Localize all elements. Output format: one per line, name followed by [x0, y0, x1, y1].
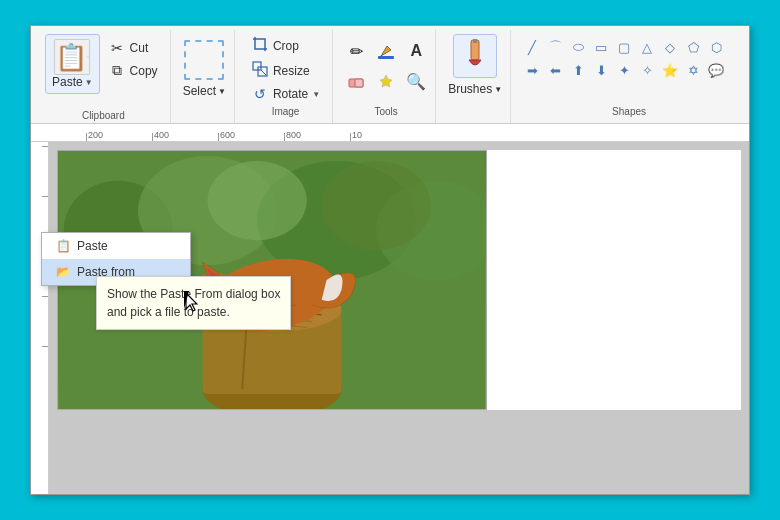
shape-diamond[interactable]: ◇ — [659, 36, 681, 58]
zoom-tool[interactable]: 🔍 — [403, 68, 429, 94]
shape-curve[interactable]: ⌒ — [544, 36, 566, 58]
resize-icon — [251, 61, 269, 80]
fill-tool[interactable] — [373, 38, 399, 64]
paste-menu-icon: 📋 — [56, 239, 71, 253]
text-tool[interactable]: A — [403, 38, 429, 64]
copy-icon: ⧉ — [108, 62, 126, 79]
paste-menu-item[interactable]: 📋 Paste — [42, 233, 190, 259]
shape-line[interactable]: ╱ — [521, 36, 543, 58]
shape-star5[interactable]: ⭐ — [659, 59, 681, 81]
horizontal-ruler: 200 400 600 800 10 — [31, 124, 749, 142]
pencil-tool[interactable]: ✏ — [343, 38, 369, 64]
svg-line-8 — [261, 70, 267, 76]
shapes-grid: ╱ ⌒ ⬭ ▭ ▢ △ ◇ ⬠ ⬡ ➡ ⬅ ⬆ ⬇ ✦ ✧ ⭐ ✡ 💬 — [521, 36, 737, 81]
shape-down-arrow[interactable]: ⬇ — [590, 59, 612, 81]
clipboard-label: Clipboard — [82, 110, 125, 123]
paste-label: Paste ▼ — [52, 75, 93, 89]
shape-left-arrow[interactable]: ⬅ — [544, 59, 566, 81]
shape-rect[interactable]: ▭ — [590, 36, 612, 58]
shape-rounded-rect[interactable]: ▢ — [613, 36, 635, 58]
shape-triangle[interactable]: △ — [636, 36, 658, 58]
brushes-icon — [453, 34, 497, 78]
svg-rect-6 — [253, 62, 261, 70]
clipboard-group: Paste ▼ ✂ Cut ⧉ Copy Clipboard — [37, 30, 171, 123]
eraser-tool[interactable] — [343, 68, 369, 94]
vertical-ruler — [31, 142, 49, 494]
copy-button[interactable]: ⧉ Copy — [104, 60, 162, 81]
crop-button[interactable]: Crop — [247, 34, 324, 57]
shape-4arrow[interactable]: ✦ — [613, 59, 635, 81]
paste-button[interactable]: Paste ▼ — [45, 34, 100, 94]
svg-rect-9 — [378, 56, 394, 59]
paste-icon — [54, 39, 90, 75]
rotate-icon: ↺ — [251, 86, 269, 102]
cut-copy-buttons: ✂ Cut ⧉ Copy — [104, 38, 162, 81]
shape-right-arrow[interactable]: ➡ — [521, 59, 543, 81]
tools-group: ✏ A — [337, 30, 436, 123]
cut-icon: ✂ — [108, 40, 126, 56]
svg-rect-11 — [355, 79, 363, 87]
color-picker-tool[interactable] — [373, 68, 399, 94]
canvas-area[interactable]: 📋 Paste 📂 Paste from Show the Paste From… — [31, 142, 749, 494]
svg-point-19 — [208, 161, 307, 240]
image-label: Image — [247, 106, 324, 119]
shape-up-arrow[interactable]: ⬆ — [567, 59, 589, 81]
paste-from-menu-icon: 📂 — [56, 265, 71, 279]
shapes-group: ╱ ⌒ ⬭ ▭ ▢ △ ◇ ⬠ ⬡ ➡ ⬅ ⬆ ⬇ ✦ ✧ ⭐ ✡ 💬 Shap… — [515, 30, 743, 123]
rotate-button[interactable]: ↺ Rotate ▼ — [247, 84, 324, 104]
shape-callout[interactable]: 💬 — [705, 59, 727, 81]
select-label: Select ▼ — [183, 84, 226, 98]
tools-label: Tools — [375, 106, 398, 119]
svg-point-20 — [322, 161, 431, 250]
shape-star4[interactable]: ✧ — [636, 59, 658, 81]
resize-button[interactable]: Resize — [247, 59, 324, 82]
ribbon-toolbar: Paste ▼ ✂ Cut ⧉ Copy Clipboard — [31, 26, 749, 124]
image-group: Crop Resize ↺ Rotate ▼ Image — [239, 30, 333, 123]
shape-oval[interactable]: ⬭ — [567, 36, 589, 58]
mouse-cursor — [184, 291, 196, 311]
brushes-label: Brushes ▼ — [448, 82, 502, 96]
select-group: Select ▼ x — [175, 30, 235, 123]
svg-rect-13 — [473, 39, 477, 43]
brushes-group: Brushes ▼ x — [440, 30, 511, 123]
paint-window: Paste ▼ ✂ Cut ⧉ Copy Clipboard — [30, 25, 750, 495]
shape-pentagon[interactable]: ⬠ — [682, 36, 704, 58]
shape-hex[interactable]: ⬡ — [705, 36, 727, 58]
svg-rect-1 — [88, 56, 89, 57]
select-icon — [184, 40, 224, 80]
cut-button[interactable]: ✂ Cut — [104, 38, 162, 58]
shapes-label: Shapes — [521, 106, 737, 119]
shape-star6[interactable]: ✡ — [682, 59, 704, 81]
crop-icon — [251, 36, 269, 55]
